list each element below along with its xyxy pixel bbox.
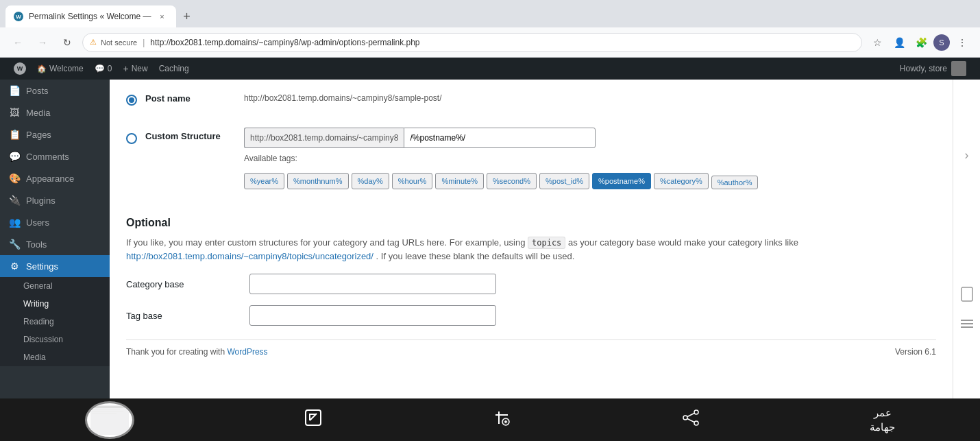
arabic-user-text: عمر جهامة: [870, 405, 895, 434]
sidebar-item-users-label: Users: [26, 217, 49, 228]
tab-title: Permalink Settings « Welcome —: [29, 12, 151, 21]
tag-second[interactable]: %second%: [487, 173, 537, 189]
category-base-input-wrapper: [249, 274, 496, 294]
extensions-button[interactable]: 🧩: [911, 33, 931, 52]
tag-category[interactable]: %category%: [654, 173, 709, 189]
tag-year[interactable]: %year%: [244, 173, 284, 189]
address-bar[interactable]: ⚠ Not secure | http://box2081.temp.domai…: [82, 33, 862, 52]
site-name: Welcome: [49, 64, 84, 73]
optional-description: If you like, you may enter custom struct…: [126, 236, 936, 263]
custom-url-input[interactable]: [404, 128, 596, 148]
tag-post-id[interactable]: %post_id%: [539, 173, 589, 189]
tag-base-input[interactable]: [249, 305, 496, 326]
tag-author[interactable]: %author%: [711, 176, 759, 189]
posts-icon: 📄: [8, 85, 21, 96]
custom-structure-fields: http://box2081.temp.domains/~campiny8 Av…: [244, 128, 758, 189]
tag-base-input-wrapper: [249, 305, 496, 326]
howdy-label: Howdy, store: [900, 64, 947, 73]
version-text: Version 6.1: [895, 347, 936, 357]
custom-structure-radio[interactable]: [126, 133, 137, 144]
media-icon: 🖼: [8, 107, 21, 118]
expand-icon[interactable]: [304, 408, 323, 431]
sidebar-item-media[interactable]: 🖼 Media: [0, 102, 110, 123]
plus-icon: +: [123, 63, 128, 74]
menu-button[interactable]: ⋮: [953, 33, 972, 52]
arabic-line1: عمر: [870, 405, 895, 420]
right-panel: ›: [953, 80, 980, 441]
bookmark-button[interactable]: ☆: [868, 33, 887, 52]
footer-wp-link[interactable]: WordPress: [227, 347, 267, 357]
tab-favicon: W: [14, 12, 23, 21]
optional-title: Optional: [126, 217, 936, 229]
sidebar-sub-media[interactable]: Media: [0, 348, 110, 366]
refresh-button[interactable]: ↻: [58, 33, 77, 52]
sidebar-sub-general[interactable]: General: [0, 277, 110, 295]
settings-submenu: General Writing Reading Discussion Media: [0, 277, 110, 366]
sidebar-item-comments[interactable]: 💬 Comments: [0, 145, 110, 167]
profile-button[interactable]: S: [933, 34, 950, 51]
sidebar-item-media-label: Media: [26, 108, 50, 118]
sidebar-item-posts[interactable]: 📄 Posts: [0, 80, 110, 102]
sidebar-item-settings[interactable]: ⚙ Settings: [0, 255, 110, 277]
tag-base-label: Tag base: [126, 311, 249, 321]
active-tab[interactable]: W Permalink Settings « Welcome — ×: [5, 5, 176, 27]
lines-icon: [959, 318, 975, 331]
post-name-radio[interactable]: [126, 95, 137, 106]
sidebar: 📄 Posts 🖼 Media 📋 Pages 💬 Comments 🎨: [0, 80, 110, 441]
close-tab-button[interactable]: ×: [157, 11, 168, 22]
tag-hour[interactable]: %hour%: [392, 173, 433, 189]
user-avatar: [951, 61, 966, 76]
tag-postname[interactable]: %postname%: [592, 173, 651, 189]
page-thumbnail[interactable]: [85, 401, 134, 439]
home-icon: 🏠: [37, 64, 47, 73]
back-button[interactable]: ←: [8, 33, 27, 52]
admin-bar-new[interactable]: + New: [117, 58, 153, 80]
browser-toolbar: ← → ↻ ⚠ Not secure | http://box2081.temp…: [0, 27, 980, 58]
tag-base-row: Tag base: [126, 305, 936, 326]
admin-bar-user[interactable]: Howdy, store: [894, 58, 972, 80]
forward-button[interactable]: →: [33, 33, 52, 52]
category-base-input[interactable]: [249, 274, 496, 294]
url-prefix: http://box2081.temp.domains/~campiny8: [244, 128, 404, 148]
sidebar-item-plugins[interactable]: 🔌 Plugins: [0, 189, 110, 211]
custom-url-row: http://box2081.temp.domains/~campiny8: [244, 128, 758, 148]
account-button[interactable]: 👤: [890, 33, 909, 52]
svg-line-14: [687, 414, 694, 417]
settings-icon: ⚙: [8, 261, 21, 272]
new-tab-button[interactable]: +: [176, 5, 198, 27]
optional-desc-part1: If you like, you may enter custom struct…: [126, 237, 525, 248]
optional-desc-part3: . If you leave these blank the defaults …: [376, 251, 575, 261]
collapse-arrow-icon[interactable]: ›: [965, 148, 969, 163]
sidebar-item-appearance[interactable]: 🎨 Appearance: [0, 167, 110, 189]
toolbar-right: ☆ 👤 🧩 S ⋮: [868, 33, 972, 52]
users-icon: 👥: [8, 217, 21, 228]
comments-icon: 💬: [95, 64, 105, 73]
admin-bar-caching[interactable]: Caching: [154, 58, 195, 80]
sidebar-item-pages[interactable]: 📋 Pages: [0, 123, 110, 145]
post-name-url: http://box2081.temp.domains/~campiny8/sa…: [244, 93, 442, 103]
tag-monthnum[interactable]: %monthnum%: [287, 173, 349, 189]
cursor-edit-icon[interactable]: [492, 408, 511, 431]
admin-bar-wp-logo[interactable]: W: [8, 58, 32, 80]
sidebar-sub-discussion[interactable]: Discussion: [0, 331, 110, 348]
sidebar-item-tools[interactable]: 🔧 Tools: [0, 233, 110, 255]
sidebar-item-comments-label: Comments: [26, 152, 69, 162]
share-icon[interactable]: [681, 408, 700, 431]
admin-bar-site[interactable]: 🏠 Welcome: [32, 58, 89, 80]
sidebar-sub-writing[interactable]: Writing: [0, 295, 110, 313]
sidebar-sub-reading[interactable]: Reading: [0, 313, 110, 331]
tag-minute[interactable]: %minute%: [435, 173, 484, 189]
arabic-line2: جهامة: [870, 420, 895, 434]
optional-section: Optional If you like, you may enter cust…: [126, 217, 936, 326]
sidebar-item-tools-label: Tools: [26, 239, 47, 250]
topics-example: topics: [528, 237, 565, 249]
admin-bar-comments[interactable]: 💬 0: [89, 58, 118, 80]
sidebar-item-users[interactable]: 👥 Users: [0, 211, 110, 233]
tag-day[interactable]: %day%: [352, 173, 389, 189]
custom-structure-label: Custom Structure: [145, 128, 228, 141]
example-url-link[interactable]: http://box2081.temp.domains/~campiny8/to…: [126, 251, 373, 261]
main-content: Post name http://box2081.temp.domains/~c…: [110, 80, 953, 441]
svg-point-12: [694, 421, 698, 425]
post-name-option: Post name http://box2081.temp.domains/~c…: [126, 93, 936, 117]
tags-grid: %year% %monthnum% %day% %hour% %minute% …: [244, 173, 758, 189]
